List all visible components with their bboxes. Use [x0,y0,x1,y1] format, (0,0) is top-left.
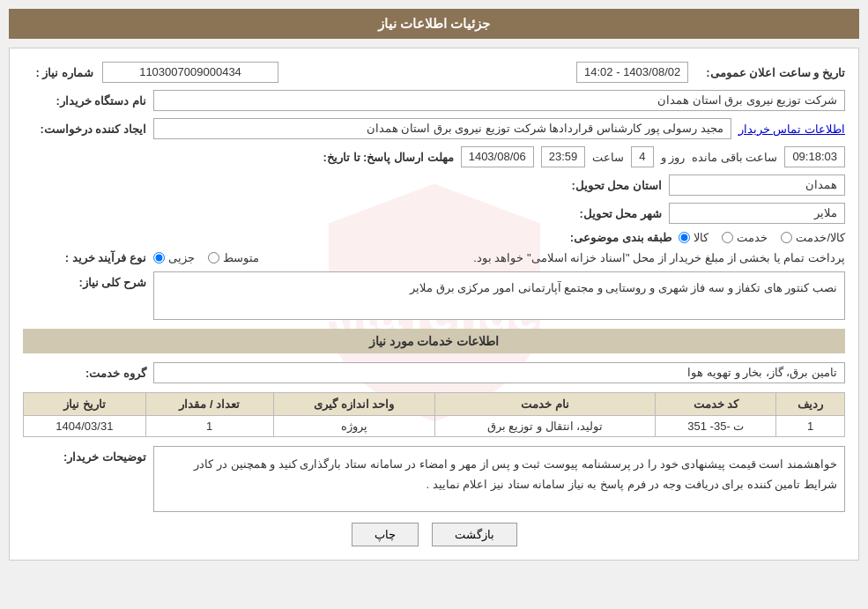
creator-box: مجید رسولی پور کارشناس قراردادها شرکت تو… [153,118,731,139]
description-label: شرح کلی نیاز: [23,271,146,289]
cell-date: 1404/03/31 [24,416,146,437]
category-radio-kala-khedmat: کالا/خدمت [781,231,845,244]
city-box: ملایر [669,203,845,224]
category-radio-group: کالا/خدمت خدمت کالا [679,231,845,244]
process-radio-jozii: جزیی [153,251,195,264]
radio-kala[interactable] [679,232,690,243]
cell-row: 1 [776,416,845,437]
description-box: نصب کنتور های تکفاز و سه فاز شهری و روست… [153,271,845,320]
print-button[interactable]: چاپ [352,523,419,546]
city-label: شهر محل تحویل: [538,207,662,220]
cell-unit: پروژه [273,416,434,437]
services-section-header: اطلاعات خدمات مورد نیاز [23,329,845,353]
process-radio-motavaset: متوسط [208,251,259,264]
buyer-name-box: شرکت توزیع نیروی برق استان همدان [153,90,845,111]
need-number-label: شماره نیاز : [23,66,93,79]
cell-code: ت -35- 351 [656,416,776,437]
days-text: روز و [661,151,686,164]
page-header: جزئیات اطلاعات نیاز [9,9,859,39]
description-row: نصب کنتور های تکفاز و سه فاز شهری و روست… [23,271,845,320]
days-box: 4 [631,146,653,167]
col-header-row: ردیف [776,393,845,416]
process-row: پرداخت تمام یا بخشی از مبلغ خریدار از مح… [23,251,845,264]
time-label: ساعت [592,151,624,164]
time-box: 23:59 [541,146,586,167]
services-table: ردیف کد خدمت نام خدمت واحد اندازه گیری ت… [23,392,845,437]
city-row: ملایر شهر محل تحویل: [23,203,845,224]
announce-date-group: تاریخ و ساعت اعلان عمومی: 1403/08/02 - 1… [576,62,845,83]
radio-kala-khedmat[interactable] [781,232,792,243]
process-note: پرداخت تمام یا بخشی از مبلغ خریدار از مح… [266,251,845,264]
date-box: 1403/08/06 [461,146,534,167]
col-header-count: تعداد / مقدار [145,393,273,416]
buyer-desc-row: خواهشمند است قیمت پیشنهادی خود را در پرس… [23,446,845,512]
radio-khedmat[interactable] [722,232,733,243]
service-group-box: تامین برق، گاز، بخار و تهویه هوا [153,362,845,383]
process-label: نوع فرآیند خرید : [23,251,146,264]
category-radio-kala: کالا [679,231,708,244]
announce-value-box: 1403/08/02 - 14:02 [576,62,688,83]
deadline-label: مهلت ارسال پاسخ: تا تاریخ: [323,151,454,164]
buyer-desc-label: توضیحات خریدار: [23,446,146,464]
col-header-unit: واحد اندازه گیری [273,393,434,416]
radio-jozii[interactable] [153,252,165,264]
category-radio-khedmat: خدمت [722,231,768,244]
remaining-label: ساعت باقی مانده [692,151,777,164]
category-row: کالا/خدمت خدمت کالا طبقه بندی موضوعی: [23,231,845,244]
deadline-row: 09:18:03 ساعت باقی مانده روز و 4 ساعت 23… [23,146,845,167]
process-radio-group: متوسط جزیی [153,251,259,264]
top-info-row: تاریخ و ساعت اعلان عمومی: 1403/08/02 - 1… [23,62,845,83]
creator-row: اطلاعات تماس خریدار مجید رسولی پور کارشن… [23,118,845,139]
remaining-box: 09:18:03 [784,146,845,167]
buyer-name-row: شرکت توزیع نیروی برق استان همدان نام دست… [23,90,845,111]
back-button[interactable]: بازگشت [432,523,517,546]
buyer-name-label: نام دستگاه خریدار: [23,94,146,108]
table-header-row: ردیف کد خدمت نام خدمت واحد اندازه گیری ت… [24,393,845,416]
province-label: استان محل تحویل: [538,179,662,192]
cell-service: تولید، انتقال و توزیع برق [434,416,656,437]
cell-count: 1 [145,416,273,437]
radio-motavaset[interactable] [208,252,219,264]
action-buttons: بازگشت چاپ [23,523,845,546]
creator-link[interactable]: اطلاعات تماس خریدار [738,123,845,136]
table-row: 1 ت -35- 351 تولید، انتقال و توزیع برق پ… [24,416,845,437]
col-header-date: تاریخ نیاز [24,393,146,416]
announce-label: تاریخ و ساعت اعلان عمومی: [697,66,845,79]
service-group-row: تامین برق، گاز، بخار و تهویه هوا گروه خد… [23,362,845,383]
province-box: همدان [669,175,845,196]
col-header-code: کد خدمت [656,393,776,416]
category-label: طبقه بندی موضوعی: [548,231,671,244]
need-number-box: 1103007009000434 [102,62,278,83]
col-header-service: نام خدمت [434,393,656,416]
page-title: جزئیات اطلاعات نیاز [378,16,490,31]
service-group-label: گروه خدمت: [23,367,146,380]
creator-label: ایجاد کننده درخواست: [23,123,146,136]
buyer-desc-box: خواهشمند است قیمت پیشنهادی خود را در پرس… [153,446,845,512]
province-row: همدان استان محل تحویل: [23,175,845,196]
need-number-group: 1103007009000434 شماره نیاز : [23,62,278,83]
